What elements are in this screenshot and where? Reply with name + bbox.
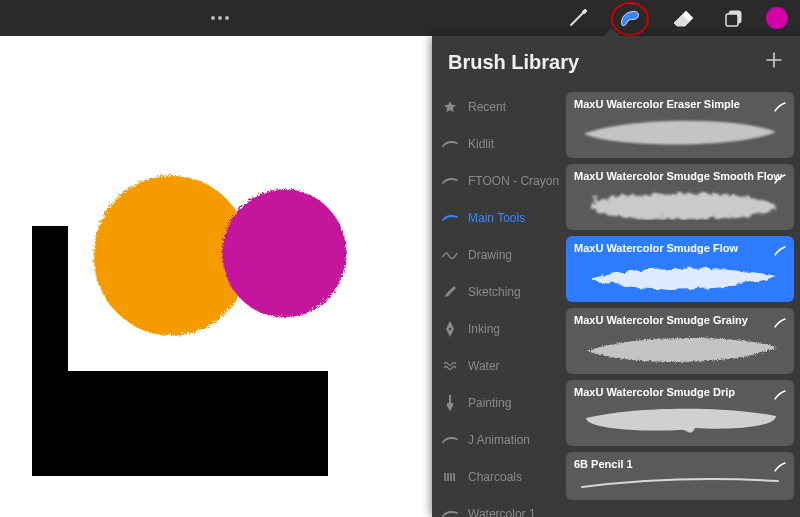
add-brush-icon[interactable] xyxy=(764,50,784,74)
category-label: Painting xyxy=(468,396,511,410)
brush-preview xyxy=(574,326,786,370)
category-label: Water xyxy=(468,359,500,373)
brush-item[interactable]: MaxU Watercolor Smudge Smooth Flow xyxy=(566,164,794,230)
canvas-shape xyxy=(32,371,328,476)
brush-category-item[interactable]: Recent xyxy=(432,88,566,125)
star-icon xyxy=(442,99,458,115)
brush-name: MaxU Watercolor Smudge Grainy xyxy=(574,314,786,326)
brush-preview xyxy=(574,254,786,298)
brush-preview xyxy=(574,398,786,442)
brush-stroke-icon xyxy=(774,314,786,332)
svg-rect-8 xyxy=(449,395,451,403)
stroke-icon xyxy=(442,210,458,226)
brush-category-item[interactable]: Watercolor 1 xyxy=(432,495,566,517)
top-toolbar xyxy=(0,0,800,36)
stroke-icon xyxy=(442,173,458,189)
svg-point-9 xyxy=(587,191,773,217)
category-label: Inking xyxy=(468,322,500,336)
brush-item[interactable]: 6B Pencil 1 xyxy=(566,452,794,500)
brush-item[interactable]: MaxU Watercolor Smudge Grainy xyxy=(566,308,794,374)
brush-stroke-icon xyxy=(774,98,786,116)
brush-name: MaxU Watercolor Smudge Flow xyxy=(574,242,786,254)
nib-icon xyxy=(442,321,458,337)
category-label: FTOON - Crayon xyxy=(468,174,559,188)
category-label: Charcoals xyxy=(468,470,522,484)
brush-name: MaxU Watercolor Smudge Smooth Flow xyxy=(574,170,786,182)
stroke-icon xyxy=(442,432,458,448)
brush-item[interactable]: MaxU Watercolor Smudge Flow xyxy=(566,236,794,302)
brush-library-panel: Brush Library RecentKidlitFTOON - Crayon… xyxy=(432,36,800,517)
eraser-tool[interactable] xyxy=(656,0,708,36)
brush-tool[interactable] xyxy=(552,0,604,36)
canvas-shape xyxy=(216,183,351,321)
pencil-icon xyxy=(442,284,458,300)
brush-stroke-icon xyxy=(774,458,786,476)
brush-category-item[interactable]: FTOON - Crayon xyxy=(432,162,566,199)
brush-preview xyxy=(574,470,786,496)
svg-point-2 xyxy=(225,16,229,20)
brush-stroke-icon xyxy=(774,242,786,260)
color-swatch[interactable] xyxy=(766,7,788,29)
brush-category-item[interactable]: Main Tools xyxy=(432,199,566,236)
brush-category-item[interactable]: Sketching xyxy=(432,273,566,310)
brush-category-item[interactable]: Water xyxy=(432,347,566,384)
category-label: Main Tools xyxy=(468,211,525,225)
brush-item[interactable]: MaxU Watercolor Eraser Simple xyxy=(566,92,794,158)
svg-point-1 xyxy=(218,16,222,20)
brush-name: MaxU Watercolor Smudge Drip xyxy=(574,386,786,398)
brush-category-item[interactable]: Inking xyxy=(432,310,566,347)
brush-category-item[interactable]: Painting xyxy=(432,384,566,421)
category-label: Kidlit xyxy=(468,137,494,151)
panel-title: Brush Library xyxy=(448,51,579,74)
water-icon xyxy=(442,358,458,374)
charcoal-icon xyxy=(442,469,458,485)
stroke-icon xyxy=(442,506,458,518)
brush-name: MaxU Watercolor Eraser Simple xyxy=(574,98,786,110)
brush-name: 6B Pencil 1 xyxy=(574,458,786,470)
category-label: Sketching xyxy=(468,285,521,299)
squiggle-icon xyxy=(442,247,458,263)
more-icon[interactable] xyxy=(0,0,230,36)
brush-category-item[interactable]: Charcoals xyxy=(432,458,566,495)
layers-tool[interactable] xyxy=(708,0,760,36)
brush-item[interactable]: MaxU Watercolor Smudge Drip xyxy=(566,380,794,446)
category-label: J Animation xyxy=(468,433,530,447)
category-label: Watercolor 1 xyxy=(468,507,536,518)
brush-category-item[interactable]: J Animation xyxy=(432,421,566,458)
svg-point-0 xyxy=(211,16,215,20)
category-label: Drawing xyxy=(468,248,512,262)
brush-category-item[interactable]: Kidlit xyxy=(432,125,566,162)
stroke-icon xyxy=(442,136,458,152)
category-label: Recent xyxy=(468,100,506,114)
brush-list: MaxU Watercolor Eraser Simple MaxU Water… xyxy=(566,88,800,517)
brush-category-list: RecentKidlitFTOON - CrayonMain ToolsDraw… xyxy=(432,88,566,517)
brush-preview xyxy=(574,110,786,154)
brush-preview xyxy=(574,182,786,226)
svg-point-7 xyxy=(449,327,451,329)
paintbrush-icon xyxy=(442,395,458,411)
svg-point-6 xyxy=(221,188,345,316)
brush-stroke-icon xyxy=(774,386,786,404)
brush-category-item[interactable]: Drawing xyxy=(432,236,566,273)
brush-stroke-icon xyxy=(774,170,786,188)
svg-rect-4 xyxy=(726,14,738,26)
